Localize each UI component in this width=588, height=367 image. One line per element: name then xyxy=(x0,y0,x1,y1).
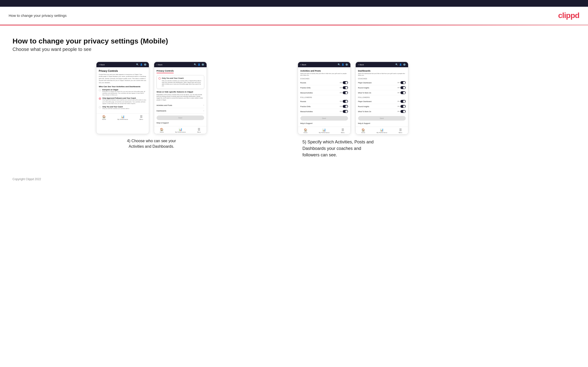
screenshots-area: < Back 🔍 👤 ⚙️ Privacy Controls Control h… xyxy=(12,62,576,158)
toggle-followers-player-dash[interactable] xyxy=(400,100,406,103)
screen2-tab[interactable]: Privacy Controls xyxy=(156,70,174,73)
screen3-footer: 🏠 Home 📊 My Performance ☰ Menu xyxy=(298,126,350,134)
screen2-footer: 🏠 Home 📊 My Performance ☰ Menu xyxy=(154,126,207,134)
screen2-nav: < Back 🔍 👤 ⚙️ xyxy=(154,62,207,67)
screen4-save-button[interactable]: Save xyxy=(358,116,406,121)
screen3-followers-rounds: Rounds ON xyxy=(300,99,348,104)
screen4-nav-icons: 🔍 👤 ⚙️ xyxy=(395,63,406,66)
toggle-coaches-what-to-work[interactable] xyxy=(400,91,406,94)
menu-icon2: ☰ xyxy=(198,128,200,131)
screen3-followers-label: FOLLOWERS xyxy=(300,97,348,98)
screen1-radio3[interactable] xyxy=(99,106,101,108)
settings-icon2[interactable]: ⚙️ xyxy=(201,63,204,66)
toggle-followers-rounds[interactable] xyxy=(343,100,348,103)
screen2-footer-perf[interactable]: 📊 My Performance xyxy=(175,128,186,133)
screen2-menu-activities[interactable]: Activities and Posts › xyxy=(156,103,204,108)
toggle-followers-practice[interactable] xyxy=(343,105,348,108)
toggle-coaches-practice[interactable] xyxy=(343,86,348,89)
search-icon2[interactable]: 🔍 xyxy=(194,63,197,66)
toggle-coaches-rounds[interactable] xyxy=(343,81,348,84)
screen3-footer-home[interactable]: 🏠 Home xyxy=(303,128,307,133)
settings-icon[interactable]: ⚙️ xyxy=(144,63,147,66)
screen3-coaches-manual: Manual Activities ON xyxy=(300,90,348,95)
menu-icon: ☰ xyxy=(140,115,143,118)
screen3-help: Help & Support xyxy=(300,123,348,124)
screen1-option1[interactable]: Everyone on Clippd Everyone on Clippd ca… xyxy=(99,89,147,96)
toggle-coaches-round-insights[interactable] xyxy=(400,86,406,89)
screen2-back[interactable]: < Back xyxy=(156,64,163,66)
home-icon4: 🏠 xyxy=(362,128,365,132)
people-icon2[interactable]: 👤 xyxy=(198,63,200,66)
chart-icon2: 📊 xyxy=(179,128,182,131)
menu-icon3: ☰ xyxy=(341,128,344,132)
screen2-menu-dashboards[interactable]: Dashboards › xyxy=(156,108,204,114)
screen3-footer-perf[interactable]: 📊 My Performance xyxy=(319,128,329,133)
screen3-back[interactable]: < Back xyxy=(300,64,306,66)
home-icon2: 🏠 xyxy=(160,128,164,131)
caption-right: 5) Specify which Activities, Posts and D… xyxy=(298,139,380,158)
screen2-dropdown: Only You and Your Coach Only you and the… xyxy=(156,75,204,89)
screen1-nav: < Back 🔍 👤 ⚙️ xyxy=(96,62,149,67)
screen4-footer-home[interactable]: 🏠 Home xyxy=(361,128,365,133)
screen2-mock: < Back 🔍 👤 ⚙️ Privacy Controls xyxy=(154,62,207,134)
search-icon4[interactable]: 🔍 xyxy=(395,63,398,66)
screen3-save-button[interactable]: Save xyxy=(300,116,348,121)
screen1-footer-perf[interactable]: 📊 My Performance xyxy=(117,115,128,120)
toggle-followers-manual[interactable] xyxy=(343,110,348,113)
screen1-radio2[interactable] xyxy=(99,98,101,100)
screen2-save-button[interactable]: Save xyxy=(156,116,204,120)
screen1-footer: 🏠 Home 📊 My Performance ☰ Menu xyxy=(96,113,149,121)
screen3-nav: < Back 🔍 👤 ⚙️ xyxy=(298,62,350,67)
settings-icon3[interactable]: ⚙️ xyxy=(345,63,348,66)
settings-icon4[interactable]: ⚙️ xyxy=(403,63,406,66)
screen1-body: Privacy Controls Control how you and you… xyxy=(96,67,149,113)
screen4-footer-perf[interactable]: 📊 My Performance xyxy=(377,128,387,133)
chart-icon4: 📊 xyxy=(380,128,384,132)
toggle-coaches-manual[interactable] xyxy=(343,91,348,94)
dropdown-radio-circle[interactable] xyxy=(158,77,161,80)
page-heading: How to change your privacy settings (Mob… xyxy=(12,37,576,45)
home-icon: 🏠 xyxy=(102,115,106,118)
screen1-section: Who Can See Your Activities and Dashboar… xyxy=(99,85,147,88)
people-icon[interactable]: 👤 xyxy=(140,63,143,66)
screen1-back[interactable]: < Back xyxy=(99,64,105,66)
screen1-option2[interactable]: Only Approved Followers and Your Coach O… xyxy=(99,97,147,104)
screen2-show-hide-desc: Regardless of the privacy controls that … xyxy=(156,94,204,101)
screen3-coaches-practice: Practice Drills ON xyxy=(300,85,348,90)
toggle-coaches-player-dash[interactable] xyxy=(400,81,406,84)
screen4-body: Dashboards Select the dashboards that yo… xyxy=(356,67,408,126)
screen4-footer-menu[interactable]: ☰ Menu xyxy=(399,128,402,133)
screen4-footer: 🏠 Home 📊 My Performance ☰ Menu xyxy=(356,126,408,134)
screen1-option1-text: Everyone on Clippd Everyone on Clippd ca… xyxy=(103,89,147,96)
chevron-right-icon1: › xyxy=(203,104,204,106)
screen1-footer-menu[interactable]: ☰ Menu xyxy=(139,115,143,120)
screen4-section-desc: Select the dashboards that you'd like to… xyxy=(358,73,406,76)
screen4-coaches-label: COACHES xyxy=(358,78,406,80)
search-icon3[interactable]: 🔍 xyxy=(338,63,340,66)
toggle-followers-what-to-work[interactable] xyxy=(400,110,406,113)
toggle-followers-round-insights[interactable] xyxy=(400,105,406,108)
screen2-footer-menu[interactable]: ☰ Menu xyxy=(197,128,201,133)
screen1-radio1[interactable] xyxy=(99,89,101,91)
screen1-nav-icons: 🔍 👤 ⚙️ xyxy=(136,63,147,66)
screen4-coaches-player-dash: Player Dashboard ON xyxy=(358,80,406,85)
screen1-mock: < Back 🔍 👤 ⚙️ Privacy Controls Control h… xyxy=(96,62,149,134)
chart-icon3: 📊 xyxy=(322,128,326,132)
screen3-footer-menu[interactable]: ☰ Menu xyxy=(341,128,345,133)
screen2-footer-home[interactable]: 🏠 Home xyxy=(160,128,164,133)
screen1-footer-home[interactable]: 🏠 Home xyxy=(102,115,106,120)
people-icon4[interactable]: 👤 xyxy=(399,63,402,66)
home-icon3: 🏠 xyxy=(304,128,307,132)
people-icon3[interactable]: 👤 xyxy=(341,63,344,66)
screen2-show-hide-title: Show or hide specific features in Clippd xyxy=(156,91,204,93)
phones-pair-left: < Back 🔍 👤 ⚙️ Privacy Controls Control h… xyxy=(96,62,207,134)
screen4-followers-round-insights: Round Insights ON xyxy=(358,104,406,109)
screen3-nav-icons: 🔍 👤 ⚙️ xyxy=(338,63,348,66)
screen4-help: Help & Support xyxy=(358,123,406,124)
dropdown-text: Only You and Your Coach Only you and the… xyxy=(162,77,202,87)
screen4-back[interactable]: < Back xyxy=(358,64,364,66)
screen1-option3[interactable]: Only You and Your Coach Only you and the… xyxy=(99,106,147,109)
screen4-followers-what-to-work: What To Work On ON xyxy=(358,109,406,114)
search-icon[interactable]: 🔍 xyxy=(136,63,139,66)
screen4-section-title: Dashboards xyxy=(358,70,406,72)
